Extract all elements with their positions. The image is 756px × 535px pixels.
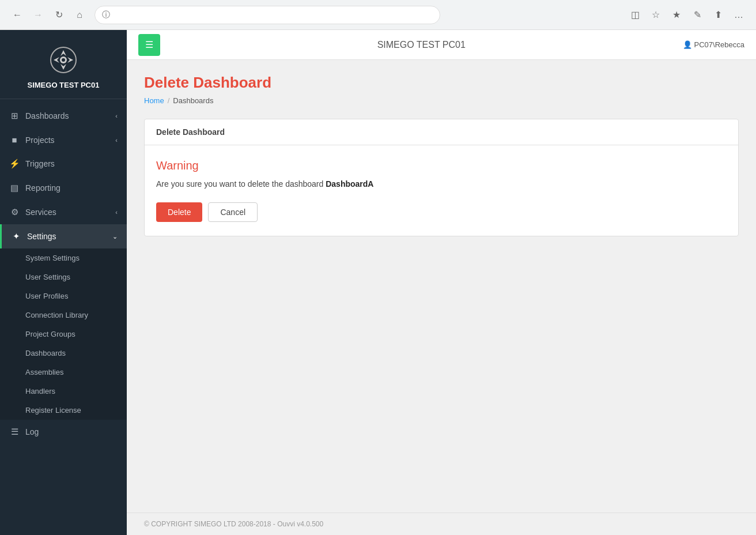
page-footer: © COPYRIGHT SIMEGO LTD 2008-2018 - Ouvvi… [127,513,756,535]
sidebar-label-projects: Projects [25,135,115,145]
sidebar-item-settings[interactable]: ✦ Settings ⌄ [0,224,127,248]
sidebar-item-log[interactable]: ☰ Log [0,420,127,444]
sidebar-label-log: Log [25,427,118,436]
sidebar-item-services[interactable]: ⚙ Services ‹ [0,200,127,224]
delete-dashboard-card: Delete Dashboard Warning Are you sure yo… [144,119,739,236]
sidebar-label-triggers: Triggers [25,159,118,168]
back-button[interactable]: ← [9,7,25,23]
copyright-text: © COPYRIGHT SIMEGO LTD 2008-2018 - Ouvvi… [144,520,323,528]
sidebar-sub-item-connection-library[interactable]: Connection Library [0,306,127,325]
warning-text-prefix: Are you sure you want to delete the dash… [156,179,326,189]
breadcrumb-home[interactable]: Home [144,96,164,105]
header-user: 👤 PC07\Rebecca [683,40,744,49]
info-icon: ⓘ [102,10,110,20]
menu-toggle-button[interactable]: ☰ [138,34,160,56]
delete-button[interactable]: Delete [156,202,202,222]
app-layout: SIMEGO TEST PC01 ⊞ Dashboards ‹ ■ Projec… [0,30,756,535]
dashboards-icon: ⊞ [9,111,20,121]
sidebar-sub-item-assemblies[interactable]: Assemblies [0,363,127,382]
user-label: PC07\Rebecca [694,40,744,49]
sidebar-label-settings: Settings [27,232,112,241]
svg-point-2 [62,58,65,62]
address-bar[interactable]: ⓘ [94,6,440,24]
log-icon: ☰ [9,427,20,437]
header-title: SIMEGO TEST PC01 [160,40,683,50]
browser-nav-buttons: ← → ↻ ⌂ [9,7,88,23]
card-header: Delete Dashboard [145,119,738,145]
sidebar-sub-item-user-profiles[interactable]: User Profiles [0,287,127,306]
forward-button[interactable]: → [30,7,46,23]
sidebar-logo: SIMEGO TEST PC01 [0,30,127,99]
dashboard-name: DashboardA [326,179,373,189]
hamburger-icon: ☰ [145,39,153,50]
sidebar-sub-item-project-groups[interactable]: Project Groups [0,325,127,344]
breadcrumb: Home / Dashboards [144,96,739,105]
share-button[interactable]: ⬆ [710,7,726,23]
cancel-button[interactable]: Cancel [208,202,258,222]
top-header: ☰ SIMEGO TEST PC01 👤 PC07\Rebecca [127,30,756,60]
warning-heading: Warning [156,159,727,172]
dashboards-arrow: ‹ [115,112,118,119]
sidebar-sub-item-dashboards[interactable]: Dashboards [0,344,127,363]
sidebar-sub-item-handlers[interactable]: Handlers [0,382,127,401]
breadcrumb-current: Dashboards [173,96,213,105]
services-arrow: ‹ [115,209,118,216]
projects-icon: ■ [9,135,20,145]
refresh-button[interactable]: ↻ [51,7,67,23]
settings-icon: ✦ [11,231,21,242]
sidebar-sub-item-register-license[interactable]: Register License [0,401,127,420]
sidebar-nav: ⊞ Dashboards ‹ ■ Projects ‹ ⚡ Triggers ▤… [0,99,127,535]
home-button[interactable]: ⌂ [71,7,88,23]
page-title: Delete Dashboard [144,74,739,92]
warning-text: Are you sure you want to delete the dash… [156,179,727,189]
browser-actions: ◫ ☆ ★ ✎ ⬆ … [627,7,747,23]
sidebar-item-projects[interactable]: ■ Projects ‹ [0,128,127,152]
sidebar-item-reporting[interactable]: ▤ Reporting [0,176,127,200]
settings-arrow: ⌄ [112,233,118,240]
sidebar-item-triggers[interactable]: ⚡ Triggers [0,152,127,176]
sidebar-label-dashboards: Dashboards [25,111,115,120]
sidebar: SIMEGO TEST PC01 ⊞ Dashboards ‹ ■ Projec… [0,30,127,535]
browser-chrome: ← → ↻ ⌂ ⓘ ◫ ☆ ★ ✎ ⬆ … [0,0,756,30]
sidebar-sub-item-system-settings[interactable]: System Settings [0,248,127,268]
services-icon: ⚙ [9,207,20,217]
sidebar-item-dashboards[interactable]: ⊞ Dashboards ‹ [0,104,127,128]
main-content: ☰ SIMEGO TEST PC01 👤 PC07\Rebecca Delete… [127,30,756,535]
sidebar-app-title: SIMEGO TEST PC01 [28,81,100,89]
reading-list-button[interactable]: ★ [668,7,685,23]
breadcrumb-separator: / [168,96,170,105]
sidebar-sub-item-user-settings[interactable]: User Settings [0,268,127,287]
button-row: Delete Cancel [156,202,727,222]
card-body: Warning Are you sure you want to delete … [145,145,738,236]
page-body: Delete Dashboard Home / Dashboards Delet… [127,60,756,513]
sidebar-label-services: Services [25,208,115,217]
user-icon: 👤 [683,40,692,49]
settings-submenu: System Settings User Settings User Profi… [0,248,127,420]
annotate-button[interactable]: ✎ [689,7,705,23]
tab-view-button[interactable]: ◫ [627,7,643,23]
more-button[interactable]: … [731,7,747,23]
triggers-icon: ⚡ [9,159,20,169]
sidebar-label-reporting: Reporting [25,183,118,193]
bookmark-button[interactable]: ☆ [648,7,664,23]
reporting-icon: ▤ [9,183,20,193]
logo-icon [47,44,80,76]
projects-arrow: ‹ [115,137,118,144]
